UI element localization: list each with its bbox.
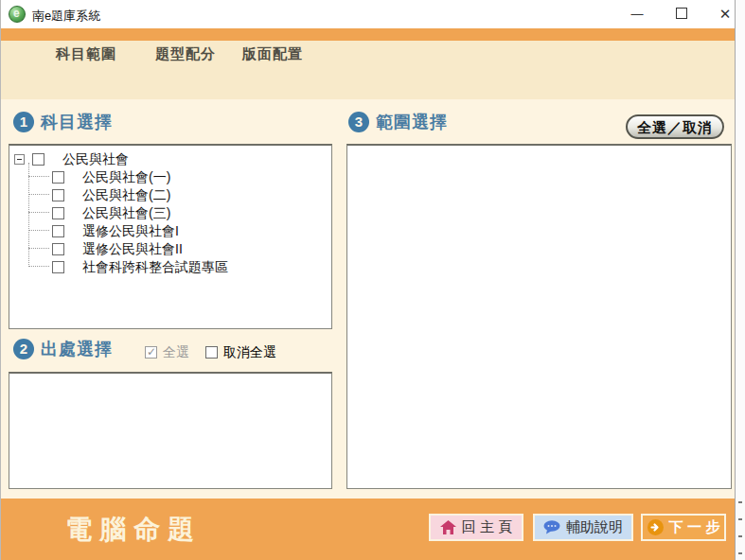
select-all-checkbox-group[interactable]: 全選 <box>145 343 189 361</box>
title-bar: 南e題庫系統 — ✕ <box>1 0 736 28</box>
section-number-1: 1 <box>13 112 34 132</box>
section-number-2: 2 <box>13 339 34 359</box>
subject-section-title: 科目選擇 <box>41 111 113 133</box>
page-title: 電腦命題 <box>65 512 202 548</box>
tree-item-label[interactable]: 公民與社會(一) <box>82 169 170 184</box>
select-all-checkbox[interactable] <box>145 346 157 359</box>
tree-item-label[interactable]: 選修公民與社會I <box>82 223 179 238</box>
tree-item[interactable]: 公民與社會(一) <box>28 167 331 185</box>
deselect-all-label: 取消全選 <box>223 344 276 359</box>
step-label-question-type: 題型配分 <box>155 45 216 63</box>
window-title: 南e題庫系統 <box>32 8 100 25</box>
home-button-label: 回 主 頁 <box>462 518 512 536</box>
next-step-button[interactable]: 下 一 步 <box>641 514 726 541</box>
speech-bubble-icon <box>543 520 560 534</box>
deselect-all-checkbox[interactable] <box>205 346 218 359</box>
arrow-right-circle-icon <box>647 519 664 535</box>
step-label-subject-range: 科目範圍 <box>56 45 116 63</box>
subject-section-header: 1科目選擇 <box>13 111 113 133</box>
help-button-label: 輔助說明 <box>566 518 623 536</box>
tree-item-label[interactable]: 選修公民與社會II <box>82 241 183 256</box>
tree-item[interactable]: 公民與社會(二) <box>28 185 331 203</box>
tree-item-label[interactable]: 公民與社會(三) <box>82 205 170 220</box>
source-list-panel[interactable] <box>9 372 332 489</box>
main-content: 1科目選擇 公民與社會 公民與社會(一) 公民與社會(二) 公民與社會(三) 選… <box>1 99 736 499</box>
tree-item-checkbox[interactable] <box>52 189 64 201</box>
tree-item-label[interactable]: 公民與社會 <box>62 151 129 166</box>
next-button-label: 下 一 步 <box>669 518 719 536</box>
source-section-header: 2出處選擇 <box>13 338 113 360</box>
range-section-title: 範圍選擇 <box>376 111 448 133</box>
tree-item[interactable]: 選修公民與社會II <box>28 239 331 257</box>
source-section-title: 出處選擇 <box>41 338 113 360</box>
home-button[interactable]: 回 主 頁 <box>429 514 523 541</box>
app-window: 南e題庫系統 — ✕ 科目範圍 題型配分 版面配置 1科目選擇 公民與社會 公民… <box>0 0 736 560</box>
home-icon <box>440 520 456 534</box>
tree-item-checkbox[interactable] <box>52 171 64 184</box>
maximize-icon <box>676 8 687 19</box>
maximize-button[interactable] <box>665 4 698 25</box>
subject-tree-children: 公民與社會(一) 公民與社會(二) 公民與社會(三) 選修公民與社會I 選修公民… <box>28 167 331 275</box>
tree-root-checkbox[interactable] <box>32 153 44 166</box>
tree-item-label[interactable]: 公民與社會(二) <box>82 187 170 202</box>
tree-item[interactable]: 選修公民與社會I <box>28 221 331 239</box>
deselect-all-checkbox-group[interactable]: 取消全選 <box>205 343 276 361</box>
tree-collapse-icon[interactable] <box>14 154 25 165</box>
tree-item-root[interactable]: 公民與社會 <box>9 146 331 167</box>
minimize-button[interactable]: — <box>621 4 653 25</box>
tree-item-checkbox[interactable] <box>52 207 64 219</box>
help-button[interactable]: 輔助說明 <box>533 514 633 541</box>
tree-item-checkbox[interactable] <box>52 261 64 273</box>
section-number-3: 3 <box>348 112 369 132</box>
range-section-header: 3範圍選擇 <box>348 111 448 133</box>
footer-bar: 電腦命題 回 主 頁 輔助說明 下 一 步 <box>1 499 736 560</box>
range-list-panel[interactable] <box>346 144 732 489</box>
top-accent-strip <box>1 28 736 41</box>
tree-item-checkbox[interactable] <box>52 225 64 237</box>
tree-item[interactable]: 社會科跨科整合試題專區 <box>28 257 331 275</box>
tree-item[interactable]: 公民與社會(三) <box>28 203 331 221</box>
subject-tree-panel[interactable]: 公民與社會 公民與社會(一) 公民與社會(二) 公民與社會(三) 選修公民與社會… <box>9 144 332 329</box>
background-window-edge <box>735 0 745 560</box>
tree-item-checkbox[interactable] <box>52 243 64 255</box>
step-label-layout: 版面配置 <box>242 45 303 63</box>
select-all-toggle-button[interactable]: 全選／取消 <box>626 114 724 139</box>
app-logo-icon <box>9 6 26 23</box>
select-all-label: 全選 <box>163 344 189 359</box>
tree-item-label[interactable]: 社會科跨科整合試題專區 <box>82 259 228 274</box>
wizard-stepper: 科目範圍 題型配分 版面配置 <box>1 41 736 99</box>
